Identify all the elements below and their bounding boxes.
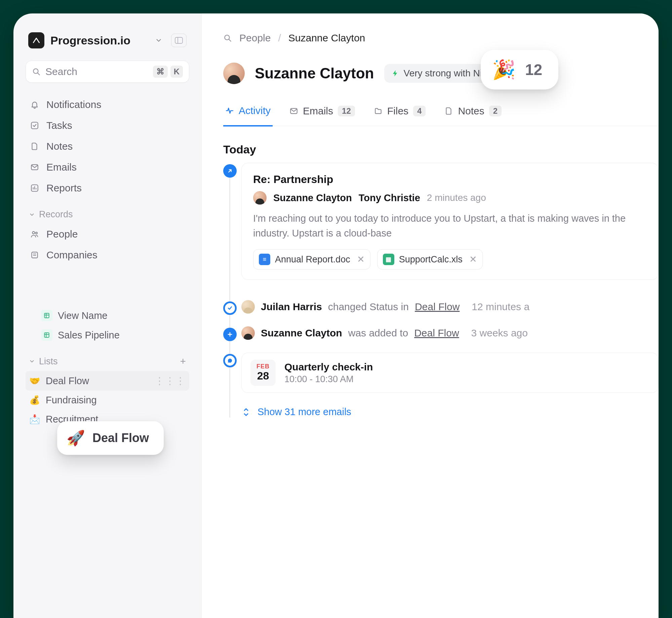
bar-chart-icon (29, 184, 40, 192)
nav-label: Companies (46, 249, 97, 261)
tab-files[interactable]: Files 4 (372, 99, 428, 126)
chevron-down-icon (29, 358, 35, 364)
nav-label: Reports (46, 182, 82, 194)
nav-label: Notifications (46, 99, 101, 110)
nav-reports[interactable]: Reports (26, 178, 189, 198)
attachment-name: SupportCalc.xls (399, 254, 463, 265)
breadcrumb-current: Suzanne Clayton (288, 32, 365, 44)
timeline-log-item: Juilan Harris changed Status in Deal Flo… (241, 300, 659, 314)
sidebar: Progression.io Search ⌘ K Notifications (13, 13, 202, 618)
nav-label: Tasks (46, 120, 72, 131)
log-target-link[interactable]: Deal Flow (415, 301, 460, 313)
records-people[interactable]: People (26, 224, 189, 245)
people-icon (29, 230, 40, 239)
nav-notes[interactable]: Notes (26, 136, 189, 157)
workspace-logo-icon (28, 32, 44, 48)
workspace-switcher[interactable]: Progression.io (26, 30, 189, 57)
list-fundraising[interactable]: 💰 Fundraising (26, 391, 189, 410)
records-companies[interactable]: Companies (26, 245, 189, 265)
lists-section-header[interactable]: Lists + (26, 345, 189, 371)
svg-line-13 (229, 39, 231, 41)
nav-emails[interactable]: Emails (26, 157, 189, 178)
person-name: Suzanne Clayton (255, 65, 374, 82)
nav-tasks[interactable]: Tasks (26, 115, 189, 136)
panel-toggle-button[interactable] (171, 34, 187, 47)
log-actor[interactable]: Juilan Harris (261, 301, 322, 313)
dealflow-view-1[interactable]: View Name (26, 306, 189, 325)
check-circle-icon (223, 301, 237, 315)
search-input[interactable]: Search ⌘ K (26, 61, 189, 83)
breadcrumb-separator: / (278, 32, 281, 44)
file-icon (444, 107, 453, 115)
tabs: Activity Emails 12 Files 4 Notes 2 (223, 99, 659, 126)
tab-label: Activity (239, 105, 271, 116)
log-target-link[interactable]: Deal Flow (414, 327, 459, 339)
breadcrumb-root[interactable]: People (239, 32, 271, 44)
handshake-icon: 🤝 (29, 376, 40, 386)
attachment-chip[interactable]: ≡ Annual Report.doc ✕ (253, 249, 370, 269)
table-icon (41, 310, 52, 321)
drag-handle-icon[interactable]: ⋮⋮⋮ (155, 375, 186, 387)
search-icon[interactable] (223, 34, 232, 42)
confetti-count-badge[interactable]: 🎉 12 (481, 50, 558, 89)
tab-emails[interactable]: Emails 12 (287, 99, 357, 126)
nav-label: Notes (46, 141, 73, 152)
table-icon (41, 329, 52, 341)
date-day: 28 (256, 370, 270, 382)
timeline: Re: Partnership Suzanne Clayton Tony Chr… (223, 163, 659, 417)
file-icon (29, 142, 40, 151)
svg-rect-0 (175, 37, 183, 43)
email-from: Suzanne Clayton (273, 192, 352, 204)
activity-icon (225, 106, 234, 115)
meeting-time: 10:00 - 10:30 AM (284, 374, 373, 385)
attachment-chip[interactable]: ▦ SupportCalc.xls ✕ (377, 249, 483, 269)
avatar (253, 191, 267, 205)
tab-activity[interactable]: Activity (223, 99, 273, 126)
list-deal-flow[interactable]: 🤝 Deal Flow ⋮⋮⋮ (26, 371, 189, 391)
deal-flow-float-card[interactable]: 🚀 Deal Flow (57, 421, 164, 455)
log-action: changed Status in (328, 301, 409, 313)
dealflow-view-2[interactable]: Sales Pipeline (26, 325, 189, 345)
svg-rect-11 (44, 333, 49, 337)
person-avatar (223, 63, 245, 84)
chevron-down-icon (29, 212, 35, 218)
float-label: Deal Flow (92, 431, 149, 445)
tab-label: Emails (303, 105, 333, 117)
tab-notes[interactable]: Notes 2 (442, 99, 504, 126)
timeline-log-item: Suzanne Clayton was added to Deal Flow 3… (241, 326, 659, 340)
timeline-meeting-item[interactable]: FEB 28 Quarterly check-in 10:00 - 10:30 … (241, 353, 659, 393)
breadcrumb: People / Suzanne Clayton (223, 32, 659, 44)
svg-point-7 (32, 231, 35, 234)
check-square-icon (29, 121, 40, 130)
show-more-button[interactable]: Show 31 more emails (241, 406, 659, 417)
remove-attachment-button[interactable]: ✕ (357, 254, 365, 265)
arrow-out-icon (223, 164, 237, 178)
email-subject: Re: Partnership (253, 173, 647, 186)
tab-label: Notes (458, 105, 484, 117)
rocket-icon: 🚀 (67, 429, 85, 447)
meeting-title: Quarterly check-in (284, 361, 373, 373)
avatar (241, 326, 255, 340)
view-label: View Name (58, 310, 108, 321)
log-actor[interactable]: Suzanne Clayton (261, 327, 342, 339)
tab-label: Files (387, 105, 408, 117)
mail-icon (29, 163, 40, 172)
date-month: FEB (256, 363, 270, 370)
search-placeholder: Search (45, 66, 148, 77)
workspace-name: Progression.io (50, 34, 149, 47)
nav-notifications[interactable]: Notifications (26, 94, 189, 115)
main-content: People / Suzanne Clayton Suzanne Clayton… (202, 13, 659, 618)
money-bag-icon: 💰 (29, 395, 40, 405)
svg-rect-10 (44, 313, 49, 318)
tab-count: 2 (489, 106, 502, 116)
plus-circle-icon (223, 328, 237, 341)
svg-line-3 (38, 73, 40, 75)
records-section-header[interactable]: Records (26, 198, 189, 224)
chevron-down-icon (155, 37, 162, 44)
add-list-button[interactable]: + (180, 356, 186, 367)
log-time: 12 minutes a (472, 301, 529, 313)
timeline-email-item[interactable]: Re: Partnership Suzanne Clayton Tony Chr… (241, 163, 659, 280)
log-time: 3 weeks ago (471, 327, 528, 339)
svg-point-8 (36, 232, 37, 234)
remove-attachment-button[interactable]: ✕ (469, 254, 477, 265)
